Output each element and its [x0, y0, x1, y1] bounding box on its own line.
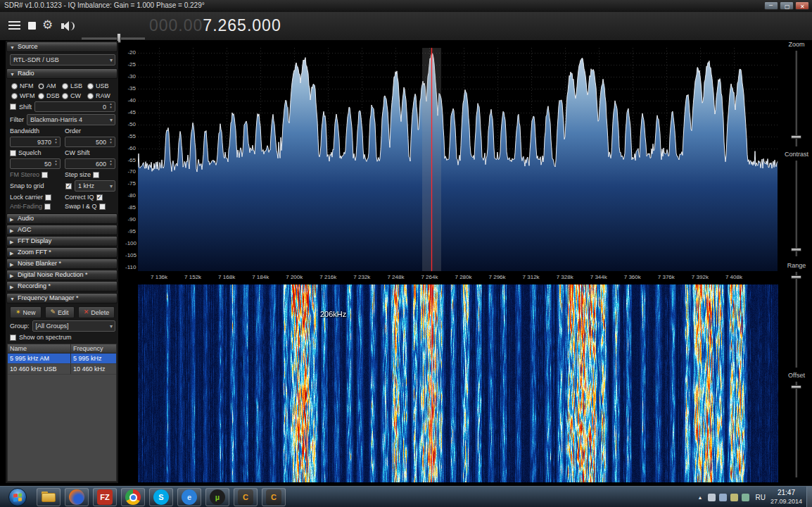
- panel-header-recording[interactable]: Recording *: [6, 281, 118, 292]
- panel-header-audio[interactable]: Audio: [6, 213, 118, 224]
- shift-label: Shift: [19, 104, 32, 111]
- menu-button[interactable]: [8, 21, 20, 31]
- spectrum-canvas[interactable]: [138, 48, 778, 271]
- offset-slider-track[interactable]: [795, 382, 797, 477]
- taskbar-icon-explorer[interactable]: [37, 488, 61, 506]
- row-name-cell: 5 995 kHz AM: [8, 353, 71, 363]
- panel-header-label: Noise Blanker *: [18, 260, 61, 267]
- stop-button[interactable]: [28, 22, 36, 30]
- panel-header-digital-noise-reduction[interactable]: Digital Noise Reduction *: [6, 270, 118, 280]
- taskbar-icon-utorrent[interactable]: µ: [205, 488, 229, 506]
- shift-input[interactable]: 0: [34, 101, 115, 112]
- zoom-slider-thumb[interactable]: [791, 135, 801, 139]
- taskbar-icon-firefox[interactable]: [65, 488, 89, 506]
- contrast-slider-thumb[interactable]: [791, 248, 801, 251]
- taskbar-icon-app-c-2[interactable]: C: [262, 488, 286, 506]
- lock-carrier-checkbox[interactable]: [45, 194, 51, 201]
- panel-header-fft-display[interactable]: FFT Display: [6, 236, 118, 246]
- squelch-input[interactable]: 50: [10, 158, 61, 169]
- frequency-display[interactable]: 000.007.265.000: [149, 16, 281, 35]
- range-slider-track[interactable]: [795, 272, 797, 368]
- taskbar-icon-filezilla[interactable]: FZ: [93, 488, 117, 506]
- db-tick-label: -35: [125, 85, 136, 92]
- taskbar-icon-internet-explorer[interactable]: e: [177, 488, 201, 506]
- mode-radio-am[interactable]: AM: [38, 82, 62, 89]
- edit-button[interactable]: Edit: [45, 306, 75, 318]
- spinner-icon[interactable]: [108, 159, 114, 168]
- table-empty-area[interactable]: [8, 375, 116, 481]
- minimize-button[interactable]: [764, 1, 778, 10]
- group-dropdown[interactable]: [All Groups]: [32, 320, 115, 332]
- taskbar-icon-chrome[interactable]: [121, 488, 145, 506]
- swap-iq-checkbox[interactable]: [99, 204, 106, 210]
- tray-icon-2[interactable]: [719, 494, 727, 501]
- mode-radio-dsb[interactable]: DSB: [38, 92, 62, 99]
- bandwidth-input[interactable]: 9370: [10, 137, 61, 147]
- anti-fading-checkbox[interactable]: [44, 204, 51, 210]
- mode-radio-usb[interactable]: USB: [87, 82, 113, 89]
- panel-header-agc[interactable]: AGC: [6, 225, 118, 235]
- table-row[interactable]: 5 995 kHz AM5 995 kHz: [8, 353, 116, 364]
- shift-checkbox[interactable]: [10, 104, 16, 110]
- language-indicator[interactable]: RU: [756, 494, 766, 501]
- clock[interactable]: 21:47 27.09.2014: [770, 489, 802, 506]
- zoom-slider-track[interactable]: [795, 51, 797, 146]
- spinner-icon[interactable]: [53, 137, 59, 146]
- close-button[interactable]: [795, 1, 809, 10]
- panel-header-radio[interactable]: Radio: [6, 68, 118, 79]
- table-row[interactable]: 10 460 kHz USB10 460 kHz: [8, 364, 116, 375]
- contrast-slider-track[interactable]: [795, 161, 797, 256]
- fm-stereo-checkbox[interactable]: [42, 172, 48, 178]
- spinner-icon[interactable]: [108, 137, 114, 146]
- mode-radio-wfm[interactable]: WFM: [11, 92, 38, 99]
- panel-header-source[interactable]: Source: [6, 42, 118, 52]
- volume-slider[interactable]: [82, 37, 145, 39]
- mode-radio-cw[interactable]: CW: [62, 92, 87, 99]
- column-header-frequency[interactable]: Frequency: [71, 344, 116, 353]
- speaker-icon[interactable]: [61, 20, 77, 32]
- squelch-checkbox[interactable]: [10, 150, 16, 156]
- expand-arrow-icon: [10, 282, 13, 292]
- source-device-dropdown[interactable]: RTL-SDR / USB: [10, 54, 115, 65]
- tray-icon-1[interactable]: [708, 494, 716, 501]
- tray-icon-3[interactable]: [730, 494, 738, 501]
- correct-iq-checkbox[interactable]: [96, 194, 103, 201]
- spinner-icon[interactable]: [108, 102, 114, 111]
- new-button[interactable]: New: [10, 306, 42, 318]
- snap-to-grid-checkbox[interactable]: [65, 183, 72, 189]
- mode-label: CW: [70, 92, 81, 99]
- tray-icon-4[interactable]: [742, 494, 749, 501]
- radio-button-icon: [11, 93, 18, 99]
- order-input[interactable]: 500: [65, 137, 115, 147]
- mode-radio-nfm[interactable]: NFM: [11, 82, 38, 89]
- mode-label: AM: [46, 82, 56, 89]
- spinner-icon[interactable]: [53, 159, 59, 168]
- show-desktop-button[interactable]: [806, 487, 812, 507]
- offset-slider-thumb[interactable]: [791, 385, 801, 389]
- frequency-tick-label: 7 184k: [246, 274, 274, 280]
- clock-time: 21:47: [770, 489, 802, 497]
- mode-radio-raw[interactable]: RAW: [87, 92, 113, 99]
- mode-radio-lsb[interactable]: LSB: [62, 82, 87, 89]
- toolbar: 000.007.265.000: [0, 12, 812, 41]
- snap-step-dropdown[interactable]: 1 kHz: [75, 180, 115, 192]
- panel-header-zoom-fft[interactable]: Zoom FFT *: [6, 247, 118, 258]
- collapse-arrow-icon: [10, 43, 15, 52]
- taskbar-icon-app-c-1[interactable]: C: [234, 488, 258, 506]
- column-header-name[interactable]: Name: [8, 344, 71, 353]
- step-size-checkbox[interactable]: [93, 172, 99, 178]
- filter-dropdown[interactable]: Blackman-Harris 4: [27, 114, 115, 125]
- delete-button[interactable]: Delete: [78, 306, 115, 318]
- tuned-frequency-line: [431, 48, 432, 271]
- settings-gear-icon[interactable]: [42, 18, 53, 32]
- taskbar-icon-skype[interactable]: S: [149, 488, 173, 506]
- show-on-spectrum-checkbox[interactable]: [10, 334, 16, 341]
- start-button[interactable]: [8, 488, 27, 506]
- waterfall-canvas[interactable]: [138, 284, 778, 482]
- hidden-icons-arrow[interactable]: [698, 495, 703, 500]
- panel-header-noise-blanker[interactable]: Noise Blanker *: [6, 258, 118, 269]
- maximize-button[interactable]: [780, 1, 794, 10]
- range-slider-thumb[interactable]: [791, 275, 801, 279]
- panel-header-frequency-manager[interactable]: Frequency Manager *: [6, 293, 118, 303]
- cw-shift-input[interactable]: 600: [65, 158, 115, 169]
